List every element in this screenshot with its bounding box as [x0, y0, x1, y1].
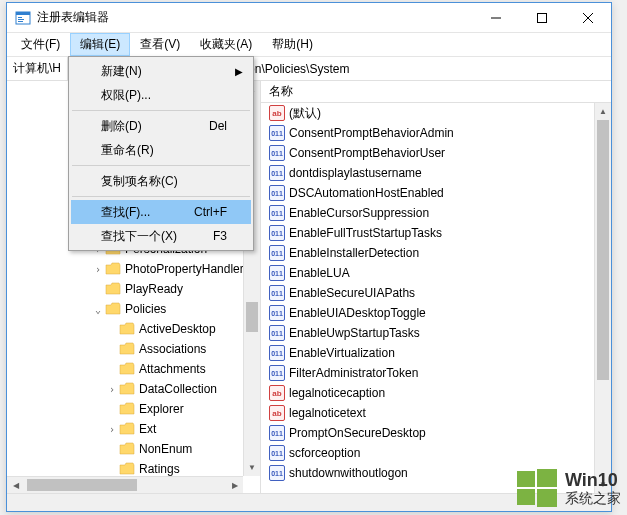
list-item[interactable]: 011FilterAdministratorToken — [261, 363, 594, 383]
close-button[interactable] — [565, 3, 611, 33]
list-column-header[interactable]: 名称 — [261, 81, 611, 103]
scroll-up-icon[interactable]: ▲ — [595, 103, 611, 120]
menu-item-2[interactable]: 查看(V) — [130, 33, 190, 56]
edit-menu-item-0[interactable]: 新建(N)▶ — [71, 59, 251, 83]
dword-value-icon: 011 — [269, 225, 285, 241]
tree-item[interactable]: ActiveDesktop — [7, 319, 260, 339]
titlebar: 注册表编辑器 — [7, 3, 611, 33]
list-item[interactable]: 011EnableInstallerDetection — [261, 243, 594, 263]
value-name: EnableVirtualization — [289, 346, 395, 360]
tree-item[interactable]: ›Ext — [7, 419, 260, 439]
list-item[interactable]: ab(默认) — [261, 103, 594, 123]
list-item[interactable]: 011EnableVirtualization — [261, 343, 594, 363]
folder-icon — [105, 302, 121, 316]
menu-item-3[interactable]: 收藏夹(A) — [190, 33, 262, 56]
string-value-icon: ab — [269, 385, 285, 401]
value-name: dontdisplaylastusername — [289, 166, 422, 180]
tree-item[interactable]: ›DataCollection — [7, 379, 260, 399]
list-item[interactable]: 011EnableUwpStartupTasks — [261, 323, 594, 343]
edit-menu-item-1[interactable]: 权限(P)... — [71, 83, 251, 107]
list-pane: 名称 ab(默认)011ConsentPromptBehaviorAdmin01… — [261, 81, 611, 493]
list-item[interactable]: 011EnableFullTrustStartupTasks — [261, 223, 594, 243]
edit-menu-item-4[interactable]: 重命名(R) — [71, 138, 251, 162]
list-item[interactable]: 011ConsentPromptBehaviorUser — [261, 143, 594, 163]
folder-icon — [119, 362, 135, 376]
collapse-icon[interactable]: ⌄ — [91, 304, 105, 315]
folder-icon — [119, 402, 135, 416]
value-name: scforceoption — [289, 446, 360, 460]
value-name: legalnoticecaption — [289, 386, 385, 400]
list-item[interactable]: 011dontdisplaylastusername — [261, 163, 594, 183]
value-name: PromptOnSecureDesktop — [289, 426, 426, 440]
value-name: EnableUwpStartupTasks — [289, 326, 420, 340]
tree-item[interactable]: ›PhotoPropertyHandler — [7, 259, 260, 279]
svg-rect-1 — [16, 12, 30, 15]
value-name: legalnoticetext — [289, 406, 366, 420]
edit-menu-item-8[interactable]: 查找(F)...Ctrl+F — [71, 200, 251, 224]
list-item[interactable]: 011EnableCursorSuppression — [261, 203, 594, 223]
value-name: EnableCursorSuppression — [289, 206, 429, 220]
maximize-button[interactable] — [519, 3, 565, 33]
scroll-down-icon[interactable]: ▼ — [244, 459, 260, 476]
svg-rect-2 — [18, 17, 22, 18]
dword-value-icon: 011 — [269, 125, 285, 141]
submenu-arrow-icon: ▶ — [235, 66, 243, 77]
list-item[interactable]: ablegalnoticetext — [261, 403, 594, 423]
scroll-left-icon[interactable]: ◀ — [7, 477, 24, 493]
list-item[interactable]: 011EnableUIADesktopToggle — [261, 303, 594, 323]
list-item[interactable]: 011PromptOnSecureDesktop — [261, 423, 594, 443]
value-name: EnableUIADesktopToggle — [289, 306, 426, 320]
scrollbar-thumb[interactable] — [246, 302, 258, 332]
tree-item[interactable]: Attachments — [7, 359, 260, 379]
folder-icon — [119, 462, 135, 476]
edit-dropdown-menu: 新建(N)▶权限(P)...删除(D)Del重命名(R)复制项名称(C)查找(F… — [68, 56, 254, 251]
dword-value-icon: 011 — [269, 145, 285, 161]
dword-value-icon: 011 — [269, 465, 285, 481]
list-item[interactable]: 011DSCAutomationHostEnabled — [261, 183, 594, 203]
minimize-button[interactable] — [473, 3, 519, 33]
edit-menu-item-9[interactable]: 查找下一个(X)F3 — [71, 224, 251, 248]
tree-item-label: Explorer — [139, 402, 184, 416]
tree-item[interactable]: PlayReady — [7, 279, 260, 299]
folder-icon — [119, 342, 135, 356]
value-name: DSCAutomationHostEnabled — [289, 186, 444, 200]
watermark-text: Win10 系统之家 — [565, 471, 621, 506]
tree-item-label: PhotoPropertyHandler — [125, 262, 244, 276]
value-name: EnableLUA — [289, 266, 350, 280]
list-item[interactable]: ablegalnoticecaption — [261, 383, 594, 403]
scrollbar-thumb[interactable] — [27, 479, 137, 491]
edit-menu-item-3[interactable]: 删除(D)Del — [71, 114, 251, 138]
scroll-right-icon[interactable]: ▶ — [226, 477, 243, 493]
tree-item[interactable]: NonEnum — [7, 439, 260, 459]
expand-icon[interactable]: › — [91, 264, 105, 275]
scrollbar-thumb[interactable] — [597, 120, 609, 380]
svg-rect-3 — [18, 19, 24, 20]
list-item[interactable]: 011ConsentPromptBehaviorAdmin — [261, 123, 594, 143]
svg-rect-11 — [517, 489, 535, 505]
menu-separator — [72, 196, 250, 197]
dword-value-icon: 011 — [269, 425, 285, 441]
svg-rect-4 — [18, 21, 23, 22]
list-item[interactable]: 011scforceoption — [261, 443, 594, 463]
menu-item-1[interactable]: 编辑(E) — [70, 33, 130, 56]
menu-item-label: 查找下一个(X) — [101, 228, 177, 245]
expand-icon[interactable]: › — [105, 424, 119, 435]
expand-icon[interactable]: › — [105, 384, 119, 395]
tree-item[interactable]: Associations — [7, 339, 260, 359]
list-vertical-scrollbar[interactable]: ▲ ▼ — [594, 103, 611, 493]
tree-item[interactable]: Explorer — [7, 399, 260, 419]
menu-item-4[interactable]: 帮助(H) — [262, 33, 323, 56]
dword-value-icon: 011 — [269, 165, 285, 181]
tree-item-label: Associations — [139, 342, 206, 356]
menu-item-label: 删除(D) — [101, 118, 142, 135]
tree-item-label: NonEnum — [139, 442, 192, 456]
svg-rect-10 — [537, 469, 557, 487]
value-name: ConsentPromptBehaviorAdmin — [289, 126, 454, 140]
list-item[interactable]: 011EnableSecureUIAPaths — [261, 283, 594, 303]
list-item[interactable]: 011EnableLUA — [261, 263, 594, 283]
edit-menu-item-6[interactable]: 复制项名称(C) — [71, 169, 251, 193]
tree-horizontal-scrollbar[interactable]: ◀ ▶ — [7, 476, 243, 493]
menu-shortcut: F3 — [213, 229, 227, 243]
tree-item[interactable]: ⌄Policies — [7, 299, 260, 319]
menu-item-0[interactable]: 文件(F) — [11, 33, 70, 56]
